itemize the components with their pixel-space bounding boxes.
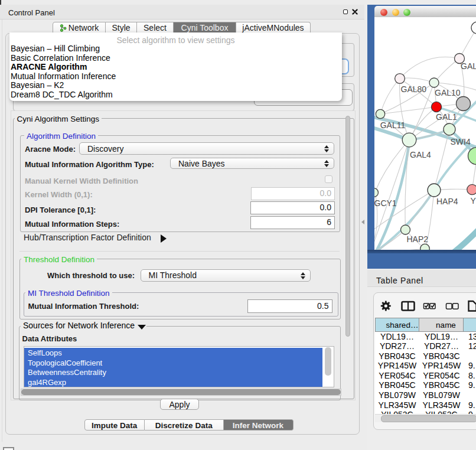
svg-text:GAL80: GAL80 (401, 84, 427, 94)
svg-text:GAL4: GAL4 (410, 150, 431, 159)
svg-text:SWI4: SWI4 (451, 137, 471, 146)
svg-text:Y: Y (471, 196, 476, 206)
svg-text:GAL1: GAL1 (436, 112, 457, 122)
svg-text:HAP2: HAP2 (407, 234, 429, 244)
svg-text:GAL10: GAL10 (435, 88, 461, 97)
svg-text:GAL11: GAL11 (380, 120, 406, 130)
svg-text:GCY1: GCY1 (374, 198, 397, 208)
svg-text:HAP4: HAP4 (436, 197, 458, 206)
svg-text:GAL: GAL (461, 61, 476, 71)
